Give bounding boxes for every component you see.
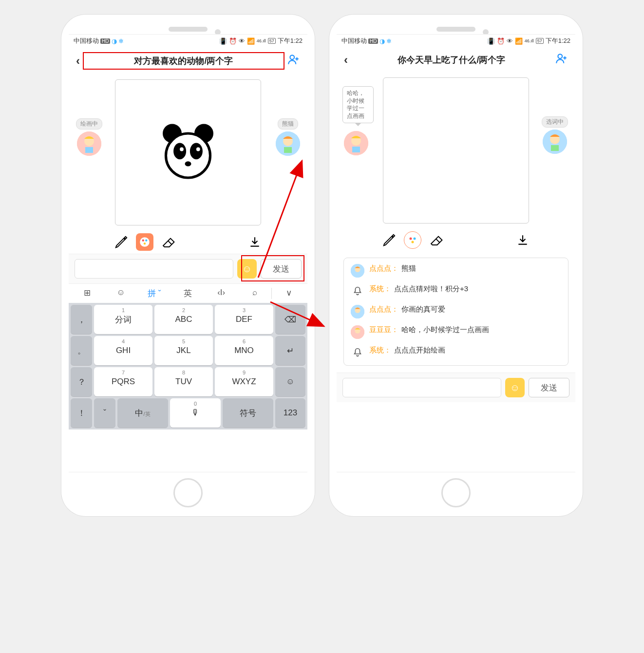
chat-text: 点点点猜对啦！积分+3 <box>394 284 468 294</box>
avatar-opponent: 熊猫 <box>276 118 300 156</box>
svg-rect-25 <box>551 145 559 151</box>
alarm-icon: ⏰ <box>229 37 237 45</box>
svg-point-9 <box>166 133 210 178</box>
key-mic[interactable]: 0🎙 <box>170 398 221 428</box>
add-user-icon[interactable] <box>287 53 300 69</box>
kb-english[interactable]: 英 <box>171 288 205 299</box>
pencil-tool[interactable] <box>113 233 130 251</box>
eye-icon: 👁 <box>239 37 245 45</box>
statusbar: 中国移动 HD ◑ ❄ 📳 ⏰ 👁 📶 46.ıll 57 下午1:22 <box>69 35 307 47</box>
emoji-button[interactable]: ☺ <box>505 378 525 397</box>
chat-text: 哈哈，小时候学过一点画画 <box>401 325 489 335</box>
download-icon[interactable] <box>514 231 531 249</box>
avatar-self-image[interactable] <box>77 131 101 156</box>
bell-icon <box>351 346 364 359</box>
key-backspace[interactable]: ⌫ <box>275 305 305 334</box>
kb-collapse-icon[interactable]: ∨ <box>271 288 305 299</box>
kb-cursor[interactable]: ‹I› <box>205 288 238 299</box>
key-emoji[interactable]: ☺ <box>275 367 305 396</box>
screen-right: 中国移动 HD ◑ ❄ 📳 ⏰ 👁 📶 46.ıll 57 下午1:22 ‹ 你… <box>337 34 575 472</box>
back-button[interactable]: ‹ <box>344 53 348 67</box>
send-button[interactable]: 发送 <box>261 259 302 279</box>
avatar-icon <box>351 325 364 339</box>
shield-icon: ◑ <box>112 37 117 45</box>
svg-point-28 <box>412 241 414 243</box>
key-tuv[interactable]: 8TUV <box>154 367 213 396</box>
key-pqrs[interactable]: 7PQRS <box>94 367 152 396</box>
send-button[interactable]: 发送 <box>529 378 569 397</box>
keyboard: ， 1分词 2ABC 3DEF ⌫ 。 4GHI 5JKL 6MNO ↵ ？ 7… <box>69 303 307 429</box>
key-comma[interactable]: ， <box>71 305 92 334</box>
message-input[interactable] <box>75 259 233 279</box>
eraser-tool[interactable] <box>159 233 177 251</box>
statusbar: 中国移动 HD ◑ ❄ 📳 ⏰ 👁 📶 46.ıll 57 下午1:22 <box>337 35 575 47</box>
wifi-icon: 📶 <box>515 37 523 45</box>
snow-icon: ❄ <box>118 37 124 45</box>
avatar-self-image[interactable] <box>344 131 368 155</box>
svg-rect-3 <box>85 147 93 153</box>
key-wxyz[interactable]: 9WXYZ <box>215 367 273 396</box>
svg-point-11 <box>190 143 203 160</box>
key-question[interactable]: ？ <box>71 367 92 396</box>
kb-pinyin[interactable]: 拼 ˇ <box>137 288 171 299</box>
kb-search-icon[interactable]: ⌕ <box>238 288 272 299</box>
download-icon[interactable] <box>246 233 264 251</box>
drawing-canvas[interactable] <box>115 79 261 225</box>
speech-bubble: 哈哈，小时候学过一点画画 <box>342 86 374 123</box>
phone-left: 中国移动 HD ◑ ❄ 📳 ⏰ 👁 📶 46.ıll 57 下午1:22 ‹ 对… <box>61 15 315 516</box>
key-123[interactable]: 123 <box>275 398 305 428</box>
key-bang[interactable]: ！ <box>71 398 92 428</box>
chat-name: 系统： <box>369 346 391 355</box>
key-ghi[interactable]: 4GHI <box>94 336 152 365</box>
battery-icon: 57 <box>268 38 276 44</box>
kb-grid-icon[interactable]: ⊞ <box>71 288 104 299</box>
chat-row: 系统：点点点猜对啦！积分+3 <box>351 284 561 298</box>
palette-tool[interactable] <box>404 231 421 249</box>
home-button[interactable] <box>173 478 203 507</box>
avatar-opponent-label: 熊猫 <box>278 118 298 130</box>
key-enter[interactable]: ↵ <box>275 336 305 365</box>
avatar-icon <box>351 305 364 318</box>
key-caret[interactable]: ˇ <box>94 398 115 428</box>
drawing-canvas[interactable] <box>383 77 529 224</box>
message-input[interactable] <box>342 378 501 397</box>
shield-icon: ◑ <box>379 37 385 45</box>
key-lang[interactable]: 中/英 <box>117 398 168 428</box>
avatar-self: 绘画中 <box>76 118 102 156</box>
screen-left: 中国移动 HD ◑ ❄ 📳 ⏰ 👁 📶 46.ıll 57 下午1:22 ‹ 对… <box>69 34 307 472</box>
eraser-tool[interactable] <box>427 231 445 249</box>
vibrate-icon: 📳 <box>487 37 495 45</box>
palette-tool[interactable] <box>136 233 153 251</box>
phone-speaker <box>436 27 475 32</box>
phone-speaker <box>169 27 208 32</box>
panda-drawing <box>156 121 220 184</box>
key-mno[interactable]: 6MNO <box>215 336 273 365</box>
time-label: 下午1:22 <box>546 37 570 45</box>
chat-name: 系统： <box>369 284 391 294</box>
avatar-icon <box>351 264 364 278</box>
avatar-opponent: 选词中 <box>542 116 568 154</box>
key-period[interactable]: 。 <box>71 336 92 365</box>
wifi-icon: 📶 <box>247 37 255 45</box>
key-symbol[interactable]: 符号 <box>223 398 273 428</box>
key-def[interactable]: 3DEF <box>215 305 273 334</box>
pencil-tool[interactable] <box>380 231 398 249</box>
key-abc[interactable]: 2ABC <box>154 305 213 334</box>
svg-point-10 <box>173 143 186 160</box>
avatar-self <box>344 131 368 155</box>
key-jkl[interactable]: 5JKL <box>154 336 213 365</box>
add-user-icon[interactable] <box>555 52 568 68</box>
avatar-opponent-image[interactable] <box>276 131 300 156</box>
emoji-button[interactable]: ☺ <box>237 259 257 279</box>
navbar: ‹ 你今天早上吃了什么/两个字 <box>337 47 575 73</box>
home-button[interactable] <box>441 478 471 507</box>
lte-icon: 46.ıll <box>525 38 534 43</box>
drawing-toolbar <box>337 228 575 252</box>
back-button[interactable]: ‹ <box>76 54 80 68</box>
kb-emoji-icon[interactable]: ☺ <box>104 288 138 299</box>
chat-log: 点点点：熊猫 系统：点点点猜对啦！积分+3 点点点：你画的真可爱 豆豆豆：哈哈，… <box>343 258 568 366</box>
avatar-opponent-image[interactable] <box>543 130 567 154</box>
svg-point-12 <box>180 148 184 151</box>
canvas-area: 绘画中 熊猫 <box>69 75 307 230</box>
key-fenci[interactable]: 1分词 <box>94 305 152 334</box>
